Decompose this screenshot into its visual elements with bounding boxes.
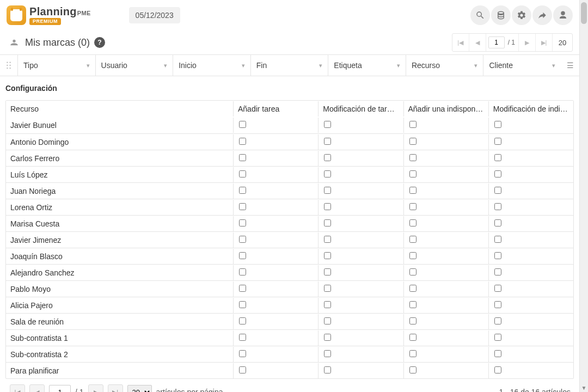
scrollbar-track[interactable]: ▼ [579, 0, 588, 392]
checkbox-add-unavail[interactable] [409, 334, 416, 341]
filter-fin[interactable]: Fin▾ [250, 55, 328, 76]
checkbox-add-task[interactable] [239, 154, 246, 161]
checkbox-mod-task[interactable] [324, 301, 331, 308]
page-title: Mis marcas (0) [25, 37, 90, 48]
scrollbar-down-icon[interactable]: ▼ [580, 383, 588, 392]
pager-prev-button[interactable]: ◀ [469, 34, 486, 51]
checkbox-add-unavail[interactable] [409, 252, 416, 259]
checkbox-mod-unavail[interactable] [494, 138, 501, 145]
checkbox-add-task[interactable] [239, 236, 246, 243]
pager-current-input[interactable] [488, 36, 505, 48]
checkbox-add-unavail[interactable] [409, 138, 416, 145]
help-icon[interactable]: ? [94, 37, 105, 48]
pager-first-button[interactable]: |◀ [10, 384, 25, 392]
checkbox-add-unavail[interactable] [409, 285, 416, 292]
checkbox-add-unavail[interactable] [409, 154, 416, 161]
table-row: Carlos Ferrero [6, 150, 573, 166]
checkbox-add-unavail[interactable] [409, 219, 416, 226]
checkbox-add-unavail[interactable] [409, 301, 416, 308]
checkbox-mod-unavail[interactable] [494, 170, 501, 177]
pager-current-input[interactable] [49, 385, 71, 392]
checkbox-mod-task[interactable] [324, 154, 331, 161]
checkbox-add-unavail[interactable] [409, 121, 416, 128]
checkbox-mod-task[interactable] [324, 334, 331, 341]
checkbox-add-unavail[interactable] [409, 366, 416, 373]
checkbox-add-unavail[interactable] [409, 236, 416, 243]
checkbox-add-task[interactable] [239, 350, 246, 357]
checkbox-add-task[interactable] [239, 170, 246, 177]
checkbox-mod-task[interactable] [324, 252, 331, 259]
checkbox-mod-task[interactable] [324, 350, 331, 357]
checkbox-mod-unavail[interactable] [494, 350, 501, 357]
checkbox-mod-task[interactable] [324, 236, 331, 243]
pager-prev-button[interactable]: ◀ [29, 384, 45, 392]
checkbox-mod-unavail[interactable] [494, 366, 501, 373]
checkbox-mod-unavail[interactable] [494, 268, 501, 275]
checkbox-add-task[interactable] [239, 366, 246, 373]
checkbox-add-unavail[interactable] [409, 268, 416, 275]
pagesize-select[interactable]: 20 [127, 385, 152, 392]
pager-last-button[interactable]: ▶| [536, 34, 552, 51]
checkbox-mod-task[interactable] [324, 187, 331, 194]
checkbox-mod-unavail[interactable] [494, 301, 501, 308]
resource-name: Sub-contratista 2 [6, 347, 234, 362]
gear-icon[interactable] [512, 5, 531, 25]
filter-inicio[interactable]: Inicio▾ [173, 55, 250, 76]
pager-last-button[interactable]: ▶| [108, 384, 123, 392]
user-icon[interactable] [553, 5, 573, 25]
filter-etiqueta[interactable]: Etiqueta▾ [328, 55, 406, 76]
scrollbar-thumb[interactable] [581, 2, 587, 24]
checkbox-add-task[interactable] [239, 268, 246, 275]
checkbox-mod-unavail[interactable] [494, 252, 501, 259]
checkbox-mod-task[interactable] [324, 317, 331, 324]
checkbox-add-task[interactable] [239, 285, 246, 292]
checkbox-add-unavail[interactable] [409, 317, 416, 324]
checkbox-add-task[interactable] [239, 187, 246, 194]
checkbox-add-task[interactable] [239, 203, 246, 210]
logo-icon [7, 5, 26, 25]
checkbox-mod-unavail[interactable] [494, 187, 501, 194]
filter-usuario[interactable]: Usuario▾ [95, 55, 173, 76]
checkbox-mod-task[interactable] [324, 366, 331, 373]
checkbox-add-unavail[interactable] [409, 170, 416, 177]
checkbox-mod-task[interactable] [324, 170, 331, 177]
checkbox-mod-task[interactable] [324, 138, 331, 145]
chevron-down-icon: ▾ [397, 62, 400, 69]
database-icon[interactable] [491, 5, 511, 25]
checkbox-mod-unavail[interactable] [494, 236, 501, 243]
filter-recurso[interactable]: Recurso▾ [406, 55, 483, 76]
checkbox-mod-task[interactable] [324, 121, 331, 128]
table-row: Luís López [6, 166, 573, 182]
share-icon[interactable] [532, 5, 552, 25]
checkbox-add-unavail[interactable] [409, 187, 416, 194]
checkbox-mod-task[interactable] [324, 219, 331, 226]
checkbox-mod-task[interactable] [324, 268, 331, 275]
checkbox-mod-task[interactable] [324, 203, 331, 210]
checkbox-mod-unavail[interactable] [494, 334, 501, 341]
filter-cliente[interactable]: Cliente▾ [483, 55, 561, 76]
checkbox-add-task[interactable] [239, 219, 246, 226]
filter-menu-icon[interactable]: ☰ [561, 55, 579, 76]
filter-tipo[interactable]: Tipo▾ [17, 55, 95, 76]
drag-handle-icon[interactable] [0, 55, 17, 76]
pager-first-button[interactable]: |◀ [452, 34, 469, 51]
checkbox-mod-unavail[interactable] [494, 154, 501, 161]
checkbox-add-task[interactable] [239, 138, 246, 145]
checkbox-mod-unavail[interactable] [494, 317, 501, 324]
date-picker[interactable]: 05/12/2023 [129, 7, 180, 23]
checkbox-mod-task[interactable] [324, 285, 331, 292]
checkbox-add-task[interactable] [239, 334, 246, 341]
checkbox-add-unavail[interactable] [409, 350, 416, 357]
checkbox-add-task[interactable] [239, 317, 246, 324]
checkbox-add-task[interactable] [239, 252, 246, 259]
checkbox-add-task[interactable] [239, 301, 246, 308]
checkbox-mod-unavail[interactable] [494, 285, 501, 292]
checkbox-mod-unavail[interactable] [494, 203, 501, 210]
pager-next-button[interactable]: ▶ [88, 384, 103, 392]
search-icon[interactable] [470, 5, 490, 25]
checkbox-mod-unavail[interactable] [494, 121, 501, 128]
checkbox-mod-unavail[interactable] [494, 219, 501, 226]
checkbox-add-unavail[interactable] [409, 203, 416, 210]
pager-next-button[interactable]: ▶ [519, 34, 535, 51]
checkbox-add-task[interactable] [239, 121, 246, 128]
